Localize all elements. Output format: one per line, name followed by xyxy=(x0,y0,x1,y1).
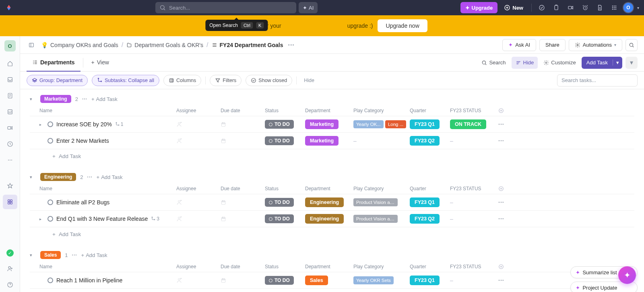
department-cell[interactable]: Engineering xyxy=(305,214,353,224)
play-category-cell[interactable]: Product Vision and ... xyxy=(353,198,410,206)
col-assignee[interactable]: Assignee xyxy=(176,264,221,269)
banner-upgrade-button[interactable]: Upgrade now xyxy=(378,19,427,32)
col-fy23-status[interactable]: FY23 STATUS xyxy=(450,108,498,113)
add-task-row[interactable]: +Add Task xyxy=(30,227,634,241)
status-circle-icon[interactable] xyxy=(47,138,53,144)
col-status[interactable]: Status xyxy=(265,186,305,191)
group-more[interactable]: ··· xyxy=(82,96,87,102)
play-tag[interactable]: Yearly OK... xyxy=(353,120,384,128)
tab-departments[interactable]: Departments xyxy=(27,54,80,72)
more-icon[interactable] xyxy=(3,153,17,167)
filters-chip[interactable]: Filters xyxy=(210,75,242,86)
col-name[interactable]: Name xyxy=(39,264,176,269)
view-search[interactable]: Search xyxy=(477,57,510,69)
col-assignee[interactable]: Assignee xyxy=(176,186,221,191)
quarter-cell[interactable]: FY23 Q1 xyxy=(410,197,450,207)
automations-button[interactable]: Automations ▾ xyxy=(569,39,622,51)
fy23-status-cell[interactable]: – xyxy=(450,138,498,144)
invite-icon[interactable] xyxy=(3,261,17,276)
task-name-cell[interactable]: Enter 2 New Markets xyxy=(39,138,176,144)
due-date-cell[interactable] xyxy=(221,278,265,283)
fy23-status-cell[interactable]: – xyxy=(450,277,498,284)
chevron-down-icon[interactable]: ▾ xyxy=(613,60,622,66)
group-tag[interactable]: Sales xyxy=(40,251,61,259)
group-by-chip[interactable]: Group: Department xyxy=(27,75,88,86)
task-row[interactable]: Enter 2 New Markets TO DO Marketing – FY… xyxy=(30,133,634,149)
col-due-date[interactable]: Due date xyxy=(221,264,265,269)
due-date-cell[interactable] xyxy=(221,216,265,222)
task-row[interactable]: Eliminate all P2 Bugs TO DO Engineering … xyxy=(30,194,634,211)
clipboard-icon[interactable] xyxy=(550,2,562,14)
show-closed-chip[interactable]: Show closed xyxy=(246,75,292,86)
subtask-count[interactable]: 1 xyxy=(115,121,124,127)
ai-fab[interactable]: ✦ xyxy=(618,266,636,284)
upgrade-button[interactable]: ✦ Upgrade xyxy=(460,2,498,13)
add-view-button[interactable]: + View xyxy=(86,54,115,72)
view-customize[interactable]: Customize xyxy=(539,57,580,69)
task-row[interactable]: Reach 1 Million in Pipeline TO DO Sales … xyxy=(30,272,634,289)
task-name-cell[interactable]: ▸ End Q1 with 3 New Feature Release 3 xyxy=(39,216,176,222)
expand-icon[interactable]: ▸ xyxy=(39,122,44,127)
add-task-row[interactable]: +Add Task xyxy=(30,289,634,292)
group-caret-icon[interactable]: ▾ xyxy=(30,175,36,180)
group-tag[interactable]: Engineering xyxy=(40,173,76,181)
status-circle-icon[interactable] xyxy=(47,216,53,222)
task-search-input[interactable]: Search tasks... xyxy=(557,74,638,86)
fy23-status-cell[interactable]: – xyxy=(450,216,498,222)
quarter-cell[interactable]: FY23 Q2 xyxy=(410,214,450,224)
col-quarter[interactable]: Quarter xyxy=(410,264,450,269)
fy-status-tag[interactable]: ON TRACK xyxy=(450,119,486,129)
task-name-cell[interactable]: Reach 1 Million in Pipeline xyxy=(39,277,176,284)
quarter-cell[interactable]: FY23 Q1 xyxy=(410,119,450,129)
group-more[interactable]: ··· xyxy=(72,252,77,258)
due-date-cell[interactable] xyxy=(221,199,265,205)
status-cell[interactable]: TO DO xyxy=(265,214,305,223)
task-name-cell[interactable]: ▸ Increase SOE by 20% 1 xyxy=(39,121,176,127)
ai-button[interactable]: ✦ AI xyxy=(299,2,318,13)
row-more[interactable]: ··· xyxy=(498,199,514,206)
col-department[interactable]: Department xyxy=(305,108,353,113)
col-department[interactable]: Department xyxy=(305,186,353,191)
check-circle-icon[interactable] xyxy=(536,2,548,14)
breadcrumb-folder[interactable]: Department Goals & OKR's xyxy=(126,42,203,48)
status-cell[interactable]: TO DO xyxy=(265,276,305,285)
status-cell[interactable]: TO DO xyxy=(265,198,305,207)
group-caret-icon[interactable]: ▾ xyxy=(30,253,36,258)
col-play-category[interactable]: Play Category xyxy=(353,186,410,191)
empty-cell[interactable]: – xyxy=(450,277,453,284)
breadcrumb-list[interactable]: FY24 Department Goals xyxy=(212,42,283,48)
add-column-button[interactable] xyxy=(498,108,514,113)
col-due-date[interactable]: Due date xyxy=(221,108,265,113)
global-search[interactable]: Search... xyxy=(155,2,296,13)
assignee-cell[interactable] xyxy=(176,138,221,144)
docs-icon[interactable] xyxy=(3,88,17,103)
assignee-cell[interactable] xyxy=(176,121,221,127)
play-tag[interactable]: Long ... xyxy=(385,120,406,128)
col-quarter[interactable]: Quarter xyxy=(410,108,450,113)
task-name-cell[interactable]: Eliminate all P2 Bugs xyxy=(39,199,176,206)
add-task-row[interactable]: +Add Task xyxy=(30,149,634,163)
home-icon[interactable] xyxy=(3,56,17,71)
subtask-count[interactable]: 3 xyxy=(151,216,159,222)
fy23-status-cell[interactable]: ON TRACK xyxy=(450,119,498,129)
favorites-icon[interactable] xyxy=(3,179,17,193)
quarter-cell[interactable]: FY23 Q1 xyxy=(410,276,450,285)
col-due-date[interactable]: Due date xyxy=(221,186,265,191)
due-date-cell[interactable] xyxy=(221,138,265,144)
col-name[interactable]: Name xyxy=(39,108,176,113)
col-department[interactable]: Department xyxy=(305,264,353,269)
department-cell[interactable]: Marketing xyxy=(305,119,353,129)
sidebar-toggle-icon[interactable] xyxy=(27,40,36,50)
department-cell[interactable]: Sales xyxy=(305,276,353,285)
chevron-down-icon[interactable]: ▾ xyxy=(637,6,639,10)
dashboards-icon[interactable] xyxy=(3,105,17,119)
breadcrumb-more[interactable]: ··· xyxy=(288,41,294,49)
ask-ai-button[interactable]: ✦Ask AI xyxy=(502,39,536,51)
app-logo[interactable] xyxy=(5,4,13,12)
col-status[interactable]: Status xyxy=(265,264,305,269)
help-icon[interactable] xyxy=(3,278,17,292)
user-avatar[interactable]: O xyxy=(623,2,634,13)
task-row[interactable]: ▸ Increase SOE by 20% 1 TO DO Marketing … xyxy=(30,116,634,133)
row-more[interactable]: ··· xyxy=(498,277,514,284)
col-name[interactable]: Name xyxy=(39,186,176,191)
